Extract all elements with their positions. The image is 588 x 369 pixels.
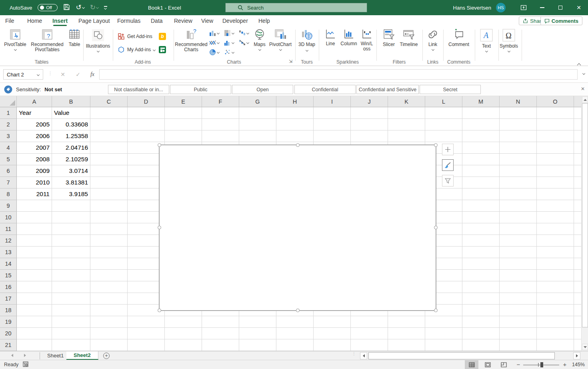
close-button[interactable]: ✕ [570,0,588,15]
get-addins-button[interactable]: Get Add-ins [118,33,152,40]
macro-record-icon[interactable] [22,361,29,369]
pivotchart-button[interactable]: PivotChart [269,28,292,50]
row-header-9[interactable]: 9 [0,200,17,212]
cell-F19[interactable] [202,316,239,328]
chart-handle-se[interactable] [434,309,438,312]
chart-handle-e[interactable] [434,226,438,229]
cell-C19[interactable] [90,316,128,328]
sparkline-column-button[interactable]: Column [339,28,358,46]
cell-M1[interactable] [462,107,500,119]
cell-H3[interactable] [276,130,314,142]
row-header-13[interactable]: 13 [0,247,17,258]
cell-K20[interactable] [388,328,425,339]
column-header-G[interactable]: G [239,96,276,107]
sensitivity-close-icon[interactable]: ✕ [581,86,585,92]
cell-E1[interactable] [165,107,202,119]
cell-G20[interactable] [239,328,276,339]
column-header-A[interactable]: A [17,96,52,107]
cell-E21[interactable] [165,339,202,351]
row-header-15[interactable]: 15 [0,270,17,281]
column-header-J[interactable]: J [351,96,388,107]
cell-D19[interactable] [128,316,165,328]
column-header-K[interactable]: K [388,96,425,107]
cell-H20[interactable] [276,328,314,339]
chart-handle-w[interactable] [158,226,161,229]
search-input[interactable]: Search [225,3,367,12]
cell-K2[interactable] [388,119,425,130]
illustrations-button[interactable]: Illustrations [86,28,110,52]
cell-N3[interactable] [500,130,537,142]
cell-O12[interactable] [537,235,574,247]
cell-G21[interactable] [239,339,276,351]
row-header-1[interactable]: 1 [0,107,17,119]
cell-C11[interactable] [90,223,128,235]
cell-A17[interactable] [17,293,52,305]
cell-N10[interactable] [500,212,537,223]
zoom-out-button[interactable]: − [515,361,522,368]
chart-styles-button[interactable] [442,159,454,171]
column-header-C[interactable]: C [90,96,128,107]
row-header-6[interactable]: 6 [0,165,17,177]
cell-L21[interactable] [425,339,462,351]
cell-I2[interactable] [314,119,351,130]
cell-M4[interactable] [462,142,500,154]
cell-L1[interactable] [425,107,462,119]
cell-O3[interactable] [537,130,574,142]
cell-B1[interactable]: Value [52,107,90,119]
row-header-14[interactable]: 14 [0,258,17,270]
chart-handle-ne[interactable] [434,143,438,147]
customize-qat-icon[interactable] [104,6,107,9]
collapse-ribbon-icon[interactable] [578,59,584,64]
view-page-layout-button[interactable] [481,360,494,369]
cell-N20[interactable] [500,328,537,339]
insert-scatter-chart-button[interactable] [224,49,234,56]
column-header-O[interactable]: O [537,96,574,107]
cell-N18[interactable] [500,305,537,316]
cell-M13[interactable] [462,247,500,258]
timeline-button[interactable]: Timeline [398,28,419,47]
chart-object[interactable] [159,144,436,311]
comments-button[interactable]: Comments [540,16,582,25]
tab-file[interactable]: File [5,15,14,26]
cell-M15[interactable] [462,270,500,281]
chart-filters-button[interactable] [442,175,454,187]
cell-M17[interactable] [462,293,500,305]
column-header-F[interactable]: F [202,96,239,107]
row-header-18[interactable]: 18 [0,305,17,316]
row-header-20[interactable]: 20 [0,328,17,339]
column-header-N[interactable]: N [500,96,537,107]
row-header-7[interactable]: 7 [0,177,17,189]
sensitivity-option-public[interactable]: Public [170,85,231,94]
cell-A1[interactable]: Year [17,107,52,119]
cell-C3[interactable] [90,130,128,142]
cell-N2[interactable] [500,119,537,130]
cell-N19[interactable] [500,316,537,328]
comment-button[interactable]: Comment [446,28,471,47]
cell-A21[interactable] [17,339,52,351]
cell-M20[interactable] [462,328,500,339]
slicer-button[interactable]: Slicer [380,28,398,47]
cell-I21[interactable] [314,339,351,351]
previous-sheet-icon[interactable] [11,353,13,358]
row-header-17[interactable]: 17 [0,293,17,305]
scroll-down-icon[interactable] [582,344,588,350]
cell-B14[interactable] [52,258,90,270]
cell-B6[interactable]: 3.0714 [52,165,90,177]
cell-A4[interactable]: 2007 [17,142,52,154]
horizontal-scroll-thumb[interactable] [368,352,555,359]
minimize-button[interactable] [533,0,551,15]
cell-G2[interactable] [239,119,276,130]
cell-F2[interactable] [202,119,239,130]
cell-J1[interactable] [351,107,388,119]
cell-A15[interactable] [17,270,52,281]
cell-M21[interactable] [462,339,500,351]
column-header-E[interactable]: E [165,96,202,107]
sensitivity-option-open[interactable]: Open [232,85,293,94]
chart-handle-s[interactable] [296,309,300,312]
cell-C15[interactable] [90,270,128,281]
chart-elements-button[interactable] [442,144,454,155]
row-header-3[interactable]: 3 [0,130,17,142]
cell-G3[interactable] [239,130,276,142]
scroll-right-icon[interactable] [573,352,580,359]
tab-page-layout[interactable]: Page Layout [78,15,110,26]
